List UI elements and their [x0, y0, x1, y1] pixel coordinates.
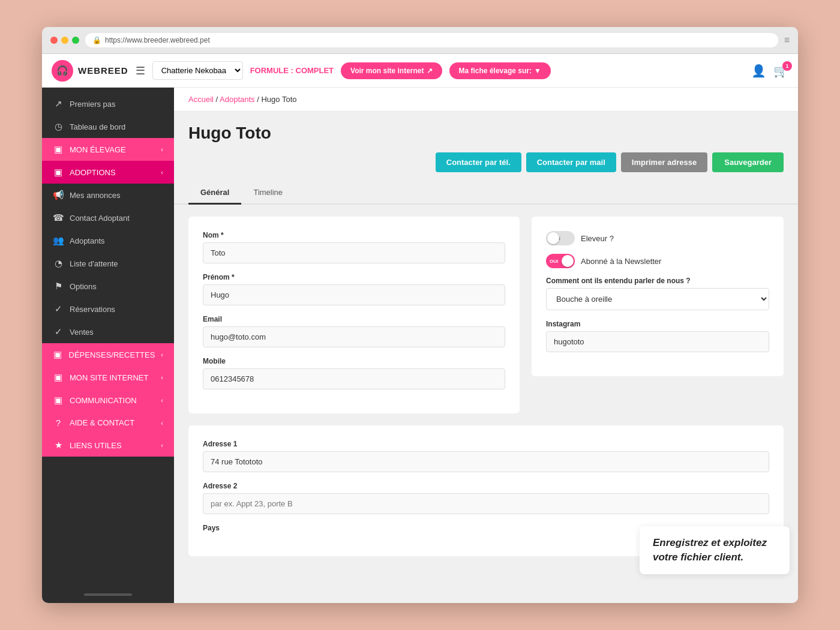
app-layout: 🎧 WEBREED ☰ Chatterie Nekobaa FORMULE : … [42, 54, 798, 603]
input-adresse2[interactable] [203, 493, 769, 514]
chatterie-dropdown[interactable]: Chatterie Nekobaa [152, 61, 243, 80]
breadcrumb-accueil[interactable]: Accueil [188, 95, 214, 104]
adoptions-icon: ▣ [53, 167, 64, 178]
url-icon: 🔒 [92, 36, 101, 44]
toggle-row-eleveur: NON Eleveur ? [546, 231, 769, 245]
liens-icon: ★ [53, 440, 64, 451]
sidebar-item-ventes[interactable]: ✓ Ventes [42, 320, 174, 343]
form-panel-right: NON Eleveur ? OUI Abonné à la Newslet [532, 217, 784, 376]
annonces-icon: 📢 [53, 190, 64, 200]
sidebar-item-mes-annonces[interactable]: 📢 Mes annonces [42, 184, 174, 206]
btn-site-label: Voir mon site internet [350, 67, 424, 75]
sidebar-label-reservations: Réservations [70, 305, 115, 314]
sidebar-item-liens[interactable]: ★ LIENS UTILES ‹ [42, 434, 174, 457]
mon-site-arrow: ‹ [161, 374, 163, 381]
top-nav: 🎧 WEBREED ☰ Chatterie Nekobaa FORMULE : … [42, 54, 798, 88]
form-group-nom: Nom * [203, 231, 505, 263]
tooltip-text: Enregistrez et exploitez votre fichier c… [653, 537, 767, 563]
input-adresse1[interactable] [203, 451, 769, 472]
toggle-row-newsletter: OUI Abonné à la Newsletter [546, 254, 769, 268]
contact-icon: ☎ [53, 212, 64, 223]
browser-dot-yellow[interactable] [61, 37, 68, 44]
sidebar-label-options: Options [70, 282, 97, 291]
label-newsletter: Abonné à la Newsletter [581, 257, 661, 266]
sidebar: ↗ Premiers pas ◷ Tableau de bord ▣ MON É… [42, 88, 174, 603]
browser-url-bar[interactable]: 🔒 https://www.breeder.webreed.pet [85, 33, 778, 47]
btn-print[interactable]: Imprimer adresse [621, 152, 707, 172]
sidebar-item-reservations[interactable]: ✓ Réservations [42, 298, 174, 320]
adoptions-arrow: ‹ [161, 169, 163, 176]
sidebar-label-mon-elevage: MON ÉLEVAGE [70, 145, 126, 154]
breadcrumb-adoptants[interactable]: Adoptants [220, 95, 255, 104]
label-adresse2: Adresse 2 [203, 482, 769, 490]
btn-fiche-label: Ma fiche élevage sur: [459, 67, 532, 75]
nav-icons: 👤 🛒 1 [751, 64, 788, 78]
label-mobile: Mobile [203, 357, 505, 365]
sidebar-item-adoptions[interactable]: ▣ ADOPTIONS ‹ [42, 161, 174, 184]
mon-site-icon: ▣ [53, 372, 64, 383]
logo-text: WEBREED [78, 65, 128, 76]
cart-icon[interactable]: 🛒 1 [773, 64, 788, 78]
tab-timeline[interactable]: Timeline [241, 182, 295, 205]
sidebar-label-adoptions: ADOPTIONS [70, 168, 116, 177]
browser-dot-green[interactable] [72, 37, 79, 44]
input-instagram[interactable] [546, 331, 769, 352]
tab-general[interactable]: Général [188, 182, 241, 205]
input-nom[interactable] [203, 242, 505, 263]
content-area: Accueil / Adoptants / Hugo Toto Hugo Tot… [174, 88, 798, 603]
browser-menu-icon[interactable]: ≡ [784, 35, 790, 46]
sidebar-item-tableau-de-bord[interactable]: ◷ Tableau de bord [42, 115, 174, 138]
sidebar-item-mon-elevage[interactable]: ▣ MON ÉLEVAGE ‹ [42, 138, 174, 161]
btn-site-icon: ↗ [427, 67, 433, 75]
form-group-email: Email [203, 315, 505, 347]
input-mobile[interactable] [203, 368, 505, 389]
communication-arrow: ‹ [161, 397, 163, 404]
sidebar-item-contact-adoptant[interactable]: ☎ Contact Adoptant [42, 206, 174, 229]
sidebar-item-premiers-pas[interactable]: ↗ Premiers pas [42, 92, 174, 115]
sidebar-bottom [42, 586, 174, 603]
label-email: Email [203, 315, 505, 323]
url-text: https://www.breeder.webreed.pet [105, 36, 210, 44]
btn-contact-tel[interactable]: Contacter par tél. [436, 152, 521, 172]
options-icon: ⚑ [53, 281, 64, 292]
sidebar-item-liste-attente[interactable]: ◔ Liste d'attente [42, 252, 174, 275]
form-panel-left: Nom * Prénom * Email Mobile [188, 217, 520, 413]
sidebar-item-mon-site[interactable]: ▣ MON SITE INTERNET ‹ [42, 366, 174, 389]
label-prenom: Prénom * [203, 273, 505, 281]
btn-contact-mail[interactable]: Contacter par mail [526, 152, 616, 172]
btn-save[interactable]: Sauvegarder [712, 152, 784, 172]
aide-arrow: ‹ [161, 419, 163, 427]
sidebar-item-options[interactable]: ⚑ Options [42, 275, 174, 298]
label-comment: Comment ont ils entendu parler de nous ? [546, 277, 769, 285]
logo-area: 🎧 WEBREED [52, 60, 128, 82]
browser-window: 🔒 https://www.breeder.webreed.pet ≡ 🎧 WE… [42, 27, 798, 603]
address-section: Adresse 1 Adresse 2 Pays Enregistrez et … [188, 425, 784, 556]
ventes-icon: ✓ [53, 326, 64, 337]
input-prenom[interactable] [203, 284, 505, 305]
sidebar-label-communication: COMMUNICATION [70, 396, 137, 405]
page-title: Hugo Toto [188, 124, 784, 143]
toggle-on-text: OUI [550, 259, 558, 264]
select-comment[interactable]: Bouche à oreille Internet Réseaux sociau… [546, 288, 769, 310]
sidebar-item-communication[interactable]: ▣ COMMUNICATION ‹ [42, 389, 174, 412]
sidebar-item-depenses[interactable]: ▣ DÉPENSES/RECETTES ‹ [42, 343, 174, 366]
sidebar-label-ventes: Ventes [70, 328, 94, 337]
form-container: Nom * Prénom * Email Mobile [174, 205, 798, 425]
user-icon[interactable]: 👤 [751, 64, 766, 78]
toggle-eleveur[interactable]: NON [546, 231, 575, 245]
tooltip-box: Enregistrez et exploitez votre fichier c… [640, 526, 790, 574]
toggle-newsletter[interactable]: OUI [546, 254, 575, 268]
depenses-icon: ▣ [53, 349, 63, 360]
liste-icon: ◔ [53, 258, 64, 269]
sidebar-label-liens: LIENS UTILES [70, 441, 122, 450]
btn-voir-site[interactable]: Voir mon site internet ↗ [341, 62, 442, 79]
sidebar-label-tableau: Tableau de bord [70, 122, 125, 131]
browser-dot-red[interactable] [50, 37, 58, 44]
btn-fiche-elevage[interactable]: Ma fiche élevage sur: ▼ [449, 62, 551, 79]
tableau-icon: ◷ [53, 121, 64, 132]
sidebar-item-aide[interactable]: ? AIDE & CONTACT ‹ [42, 412, 174, 434]
input-email[interactable] [203, 326, 505, 347]
liens-arrow: ‹ [161, 442, 163, 449]
sidebar-item-adoptants[interactable]: 👥 Adoptants [42, 229, 174, 252]
hamburger-icon[interactable]: ☰ [136, 64, 145, 77]
